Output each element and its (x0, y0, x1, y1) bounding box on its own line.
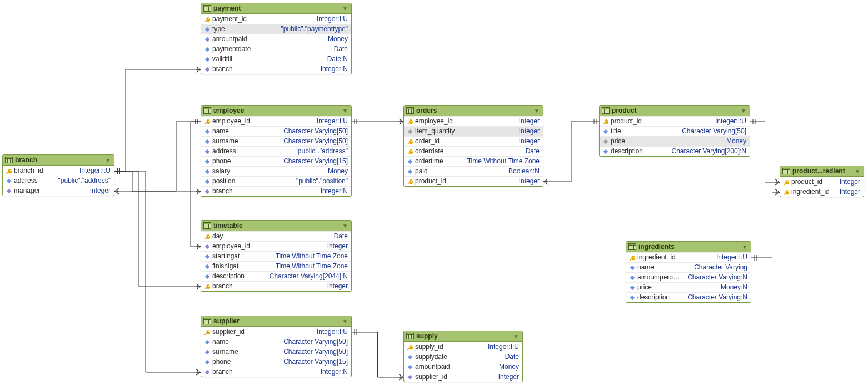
entity-header[interactable]: supply▼ (404, 331, 522, 342)
column-name: item_quantity (415, 127, 515, 136)
column-type: Integer:I:U (312, 117, 348, 126)
entity-employee[interactable]: employee▼employee_idInteger:I:UnameChara… (201, 105, 352, 197)
entity-header[interactable]: product...redient▼ (780, 166, 864, 177)
column-row[interactable]: payment_idInteger:I:U (201, 14, 351, 24)
column-row[interactable]: finishigatTime Without Time Zone (201, 261, 351, 271)
column-type: Character Varying[15] (279, 157, 348, 166)
column-row[interactable]: descriptionCharacter Varying:N (626, 292, 751, 302)
column-row[interactable]: branchInteger:N (201, 186, 351, 196)
column-row[interactable]: priceMoney:N (626, 282, 751, 292)
key-icon (602, 118, 610, 125)
entity-orders[interactable]: orders▼employee_idIntegeritem_quantityIn… (403, 105, 543, 187)
entity-product_ingredient[interactable]: product...redient▼product_idIntegeringre… (780, 166, 864, 197)
key-icon (406, 178, 414, 185)
column-row[interactable]: address"public"."address" (201, 146, 351, 156)
column-row[interactable]: supplier_idInteger:I:U (201, 327, 351, 337)
column-row[interactable]: position"public"."position" (201, 176, 351, 186)
connector-line (775, 179, 780, 185)
column-row[interactable]: type"public"."paymenttype" (201, 24, 351, 34)
column-name: branch (212, 282, 323, 291)
entity-title: product (612, 107, 741, 114)
column-row[interactable]: employee_idInteger:I:U (201, 116, 351, 126)
column-row[interactable]: ordertimeTime Without Time Zone (404, 156, 543, 166)
entity-header[interactable]: timetable▼ (201, 221, 351, 231)
column-type: Character Varying[50] (677, 127, 746, 136)
column-row[interactable]: priceMoney (600, 136, 750, 146)
connector-line (117, 168, 119, 174)
column-row[interactable]: descriptionCharacter Varying[200]:N (600, 146, 750, 156)
column-type: Money (323, 167, 348, 176)
column-row[interactable]: nameCharacter Varying[50] (201, 337, 351, 347)
column-row[interactable]: branchInteger:N (201, 367, 351, 377)
column-name: product_id (791, 177, 835, 187)
column-row[interactable]: supply_idInteger:I:U (404, 342, 522, 352)
column-row[interactable]: branch_idInteger:I:U (3, 166, 114, 176)
entity-header[interactable]: product▼ (600, 106, 750, 116)
erd-canvas[interactable]: { "entities": { "branch": { "title": "br… (0, 0, 868, 385)
column-type: Integer (494, 372, 519, 382)
column-row[interactable]: branchInteger (201, 281, 351, 291)
column-name: price (637, 283, 716, 292)
column-row[interactable]: amountpaidMoney (201, 34, 351, 44)
diamond-icon (628, 265, 636, 271)
svg-rect-19 (205, 129, 209, 133)
column-row[interactable]: supplier_idInteger (404, 372, 522, 382)
column-row[interactable]: product_idInteger (404, 176, 543, 186)
column-row[interactable]: employee_idInteger (404, 116, 543, 126)
column-row[interactable]: managerInteger (3, 186, 114, 196)
column-row[interactable]: startingatTime Without Time Zone (201, 251, 351, 261)
column-row[interactable]: item_quantityInteger (404, 126, 543, 136)
column-row[interactable]: employee_idInteger (201, 241, 351, 251)
column-row[interactable]: validtillDate:N (201, 54, 351, 64)
column-row[interactable]: surnameCharacter Varying[50] (201, 347, 351, 357)
entity-branch[interactable]: branch▼branch_idInteger:I:Uaddress"publi… (2, 154, 114, 196)
entity-header[interactable]: supplier▼ (201, 316, 351, 327)
column-type: Character Varying[50] (279, 337, 348, 347)
column-row[interactable]: branchInteger:N (201, 64, 351, 74)
column-row[interactable]: product_idInteger:I:U (600, 116, 750, 126)
svg-rect-57 (630, 275, 635, 279)
column-row[interactable]: phoneCharacter Varying[15] (201, 357, 351, 367)
entity-title: supplier (213, 317, 342, 325)
column-type: Money (722, 137, 746, 146)
column-row[interactable]: amountpaidMoney (404, 362, 522, 372)
entity-supplier[interactable]: supplier▼supplier_idInteger:I:UnameChara… (201, 316, 352, 377)
chevron-down-icon: ▼ (534, 108, 540, 114)
diamond-icon (203, 47, 211, 52)
column-name: amountpaid (415, 362, 495, 372)
column-row[interactable]: phoneCharacter Varying[15] (201, 156, 351, 166)
entity-header[interactable]: employee▼ (201, 106, 351, 116)
column-name: name (212, 337, 279, 347)
column-row[interactable]: dayDate (201, 231, 351, 241)
entity-supply[interactable]: supply▼supply_idInteger:I:UsupplydateDat… (403, 331, 523, 382)
entity-product[interactable]: product▼product_idInteger:I:UtitleCharac… (599, 105, 750, 157)
column-row[interactable]: supplydateDate (404, 352, 522, 362)
column-row[interactable]: nameCharacter Varying[50] (201, 126, 351, 136)
column-row[interactable]: order_idInteger (404, 136, 543, 146)
svg-rect-48 (205, 244, 209, 248)
entity-timetable[interactable]: timetable▼dayDateemployee_idIntegerstart… (201, 220, 352, 292)
column-row[interactable]: paymentdateDate (201, 44, 351, 54)
column-row[interactable]: address"public"."address" (3, 176, 114, 186)
entity-ingredients[interactable]: ingredients▼ingredient_idInteger:I:Uname… (626, 241, 751, 303)
column-name: type (212, 24, 277, 34)
entity-header[interactable]: ingredients▼ (626, 242, 751, 252)
column-row[interactable]: ingredient_idInteger:I:U (626, 252, 751, 262)
entity-header[interactable]: orders▼ (404, 106, 543, 116)
entity-header[interactable]: payment▼ (201, 3, 351, 14)
column-row[interactable]: salaryMoney (201, 166, 351, 176)
column-row[interactable]: product_idInteger (780, 177, 864, 187)
column-row[interactable]: amountperpackCharacter Varying:N (626, 272, 751, 282)
svg-rect-21 (205, 149, 209, 153)
table-icon (782, 168, 790, 174)
column-row[interactable]: paidBoolean:N (404, 166, 543, 176)
svg-rect-11 (205, 37, 209, 41)
column-row[interactable]: orderdateDate (404, 146, 543, 156)
column-row[interactable]: descriptionCharacter Varying[2044]:N (201, 271, 351, 281)
column-row[interactable]: nameCharacter Varying (626, 262, 751, 272)
entity-header[interactable]: branch▼ (3, 155, 114, 166)
column-row[interactable]: surnameCharacter Varying[50] (201, 136, 351, 146)
column-row[interactable]: ingredient_idInteger (780, 187, 864, 197)
entity-payment[interactable]: payment▼payment_idInteger:I:Utype"public… (201, 3, 352, 74)
column-row[interactable]: titleCharacter Varying[50] (600, 126, 750, 136)
